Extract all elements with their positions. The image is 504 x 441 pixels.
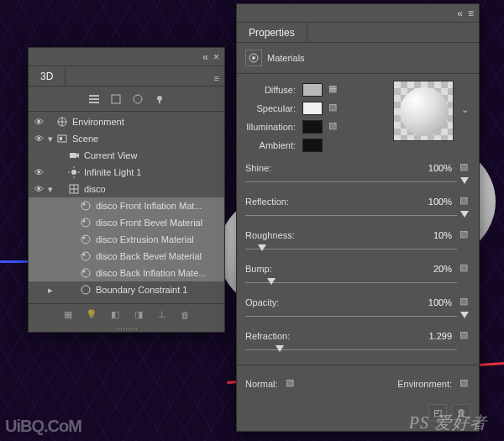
tree-row-mesh[interactable]: 👁▾disco bbox=[29, 181, 224, 197]
section-title-text: Materials bbox=[267, 53, 305, 63]
refraction-slider[interactable] bbox=[245, 344, 470, 356]
roughness-label: Roughness: bbox=[245, 230, 407, 240]
channel-specular: Specular: ▧ bbox=[245, 99, 388, 118]
svg-point-21 bbox=[81, 218, 90, 227]
tree-item-label: disco Back Bevel Material bbox=[96, 251, 202, 261]
footer-camera-icon[interactable]: ◧ bbox=[108, 307, 123, 323]
shine-slider[interactable] bbox=[245, 176, 470, 188]
close-icon[interactable]: × bbox=[213, 51, 219, 63]
folder-icon[interactable]: ▧ bbox=[326, 102, 339, 115]
folder-icon[interactable]: ▧ bbox=[326, 120, 339, 134]
footer-ground-icon[interactable]: ◨ bbox=[131, 307, 146, 323]
diffuse-texture-icon[interactable]: ▦ bbox=[326, 83, 339, 97]
reflection-slider[interactable] bbox=[245, 210, 470, 222]
channel-illumination: Illumination: ▧ bbox=[245, 118, 388, 136]
normal-label: Normal: bbox=[245, 379, 278, 389]
svg-point-19 bbox=[81, 202, 90, 210]
tree-row-mat[interactable]: disco Back Bevel Material bbox=[29, 248, 224, 265]
visibility-toggle[interactable]: 👁 bbox=[32, 184, 45, 194]
bump-value[interactable]: 20% bbox=[412, 264, 452, 274]
scene-icon bbox=[55, 132, 69, 145]
tree-row-camera[interactable]: Current View bbox=[29, 147, 224, 164]
tab-properties[interactable]: Properties bbox=[240, 24, 307, 42]
tree-row-circle[interactable]: ▸Boundary Constraint 1 bbox=[29, 281, 224, 298]
panel-menu-icon[interactable]: ≡ bbox=[209, 71, 224, 86]
twisty-icon[interactable]: ▾ bbox=[45, 134, 55, 144]
footer-trash-icon[interactable]: 🗑 bbox=[178, 307, 193, 323]
visibility-toggle[interactable]: 👁 bbox=[32, 167, 45, 177]
tree-item-label: disco Front Inflation Mat... bbox=[96, 201, 202, 211]
twisty-icon[interactable]: ▸ bbox=[45, 285, 55, 296]
reflection-value[interactable]: 100% bbox=[412, 197, 452, 207]
panel-3d-titlebar[interactable]: « × bbox=[29, 48, 224, 66]
sun-icon bbox=[67, 165, 81, 179]
bump-folder-icon[interactable]: ▧ bbox=[457, 262, 470, 276]
twisty-icon[interactable]: ▾ bbox=[45, 184, 55, 195]
roughness-slider[interactable] bbox=[245, 244, 470, 255]
filter-light-icon[interactable] bbox=[152, 92, 167, 107]
panel-properties-titlebar[interactable]: « ≡ bbox=[237, 4, 479, 23]
panel-3d: « × 3D ≡ 👁Environment👁▾SceneCurrent View… bbox=[28, 47, 225, 333]
material-preset-dropdown[interactable]: ⌄ bbox=[459, 81, 470, 115]
tree-row-mat[interactable]: disco Front Bevel Material bbox=[29, 214, 224, 231]
bump-slider[interactable] bbox=[245, 277, 470, 289]
collapse-icon[interactable]: « bbox=[457, 8, 463, 19]
mat-icon bbox=[79, 216, 92, 229]
slider-shine: Shine:100%▧ bbox=[245, 161, 470, 188]
flyout-icon[interactable]: ≡ bbox=[468, 8, 474, 19]
refraction-value[interactable]: 1.299 bbox=[412, 331, 452, 341]
tree-row-env[interactable]: 👁Environment bbox=[29, 113, 224, 130]
svg-point-25 bbox=[81, 252, 90, 260]
filter-material-icon[interactable] bbox=[130, 92, 145, 107]
filter-all-icon[interactable] bbox=[87, 92, 102, 107]
visibility-toggle[interactable]: 👁 bbox=[32, 134, 45, 144]
diffuse-swatch[interactable] bbox=[302, 83, 323, 97]
resize-handle[interactable] bbox=[29, 325, 224, 332]
footer-icon[interactable]: ▦ bbox=[60, 307, 76, 323]
slider-reflection: Reflection:100%▧ bbox=[245, 195, 470, 222]
shine-value[interactable]: 100% bbox=[412, 163, 452, 173]
tree-row-sun[interactable]: 👁Infinite Light 1 bbox=[29, 164, 224, 181]
illumination-label: Illumination: bbox=[245, 122, 299, 132]
tree-row-mat[interactable]: disco Back Inflation Mate... bbox=[29, 265, 224, 281]
tree-item-label: Scene bbox=[72, 134, 98, 144]
specular-swatch[interactable] bbox=[302, 102, 323, 115]
tree-row-mat[interactable]: disco Front Inflation Mat... bbox=[29, 197, 224, 214]
illumination-swatch[interactable] bbox=[302, 120, 323, 134]
roughness-folder-icon[interactable]: ▧ bbox=[457, 228, 470, 242]
ambient-swatch[interactable] bbox=[302, 139, 323, 152]
mat-icon bbox=[79, 249, 92, 263]
svg-rect-0 bbox=[89, 95, 99, 97]
collapse-icon[interactable]: « bbox=[202, 51, 208, 63]
footer-light-icon[interactable]: 💡 bbox=[84, 307, 99, 323]
visibility-toggle[interactable]: 👁 bbox=[32, 117, 45, 127]
svg-rect-10 bbox=[70, 153, 76, 158]
mat-icon bbox=[79, 199, 92, 213]
filter-mesh-icon[interactable] bbox=[108, 92, 123, 107]
materials-icon bbox=[245, 50, 262, 66]
roughness-value[interactable]: 10% bbox=[412, 230, 452, 240]
tree-row-scene[interactable]: 👁▾Scene bbox=[29, 130, 224, 147]
opacity-slider[interactable] bbox=[245, 311, 470, 323]
watermark-left: UiBQ.CoM bbox=[5, 417, 81, 436]
opacity-folder-icon[interactable]: ▧ bbox=[457, 296, 470, 309]
slider-roughness: Roughness:10%▧ bbox=[245, 228, 470, 255]
refraction-label: Refraction: bbox=[245, 331, 407, 341]
svg-point-31 bbox=[252, 56, 255, 60]
environment-folder-icon[interactable]: ▧ bbox=[457, 377, 470, 391]
svg-point-5 bbox=[157, 96, 162, 101]
tree-row-mat[interactable]: disco Extrusion Material bbox=[29, 231, 224, 248]
bump-label: Bump: bbox=[245, 264, 407, 274]
normal-folder-icon[interactable]: ▧ bbox=[283, 377, 297, 391]
reflection-label: Reflection: bbox=[245, 197, 407, 207]
shine-folder-icon[interactable]: ▧ bbox=[457, 161, 470, 175]
tab-3d[interactable]: 3D bbox=[32, 67, 66, 86]
svg-rect-9 bbox=[60, 137, 62, 140]
material-preview[interactable] bbox=[393, 81, 454, 141]
opacity-value[interactable]: 100% bbox=[412, 297, 452, 307]
footer-new-icon[interactable]: ⊥ bbox=[155, 307, 170, 323]
svg-point-28 bbox=[83, 270, 86, 273]
mat-icon bbox=[79, 233, 92, 246]
refraction-folder-icon[interactable]: ▧ bbox=[457, 329, 470, 343]
reflection-folder-icon[interactable]: ▧ bbox=[457, 195, 470, 208]
